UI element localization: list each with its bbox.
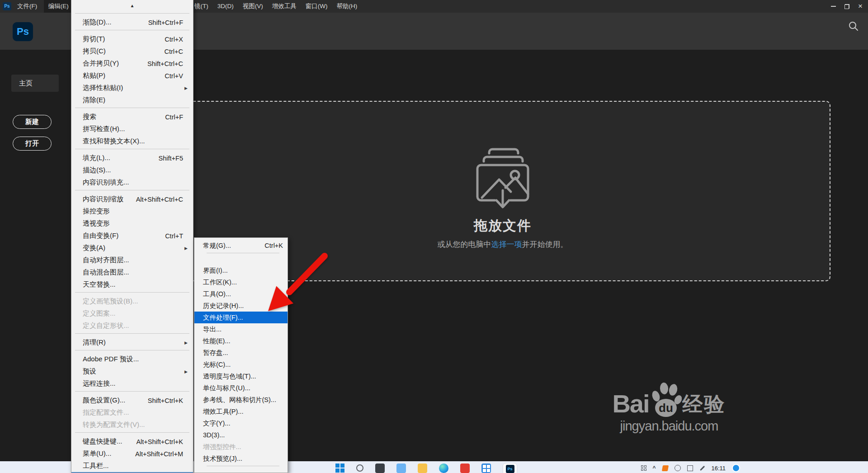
menu-item[interactable]: 自动混合图层... — [71, 266, 193, 279]
close-button[interactable]: × — [854, 0, 867, 13]
search-icon[interactable] — [848, 21, 861, 33]
menu-item[interactable]: 选择性粘贴(I) ▶ — [71, 82, 193, 94]
submenu-item-label: 常规(G)... — [203, 241, 231, 250]
red-app-icon[interactable] — [460, 464, 470, 473]
menu-item[interactable]: 内容识别填充... — [71, 176, 193, 189]
tray-network-icon[interactable] — [675, 465, 681, 471]
taskbar-clock[interactable]: 16:11 — [712, 465, 726, 472]
menu-item[interactable]: 操控变形 — [71, 205, 193, 218]
menu-item[interactable]: 定义图案... — [71, 307, 193, 320]
menu-separator — [71, 149, 193, 152]
menu-item[interactable]: 菜单(U)... Alt+Shift+Ctrl+M — [71, 448, 193, 460]
menu-item[interactable]: 远程连接... — [71, 378, 193, 390]
menu-item-label: 颜色设置(G)... — [83, 396, 125, 405]
menu-item[interactable]: 透视变形 — [71, 218, 193, 230]
submenu-item[interactable]: 参考线、网格和切片(S)... — [194, 394, 288, 406]
menu-item-shortcut: Ctrl+F — [165, 114, 183, 121]
menu-item[interactable]: 渐隐(D)... Shift+Ctrl+F — [71, 16, 193, 28]
menu-item-label: 粘贴(P) — [83, 71, 105, 80]
menu-item[interactable]: 定义画笔预设(B)... — [71, 295, 193, 307]
windows-start-icon[interactable] — [335, 464, 344, 473]
submenu-item[interactable]: 增效工具(P)... — [194, 406, 288, 417]
submenu-item[interactable]: 透明度与色域(T)... — [194, 370, 288, 382]
menu-item[interactable]: 颜色设置(G)... Shift+Ctrl+K — [71, 394, 193, 407]
subtitle-prefix: 或从您的电脑中 — [438, 240, 491, 249]
menu-separator — [71, 292, 193, 295]
menu-item[interactable]: Adobe PDF 预设... — [71, 353, 193, 365]
menu-item[interactable]: 剪切(T) Ctrl+X — [71, 33, 193, 45]
taskbar-search-icon[interactable] — [356, 464, 363, 472]
menu-item[interactable]: 搜索 Ctrl+F — [71, 111, 193, 123]
menu-item-shortcut: Shift+F5 — [159, 155, 183, 162]
menubar-item[interactable]: 视图(V) — [238, 0, 268, 13]
restore-button[interactable] — [840, 0, 854, 13]
menu-item[interactable]: 键盘快捷键... Alt+Shift+Ctrl+K — [71, 435, 193, 448]
tray-notification-badge[interactable] — [732, 464, 740, 472]
menu-item[interactable]: 清除(E) — [71, 94, 193, 106]
menu-item[interactable]: 自动对齐图层... — [71, 254, 193, 266]
menu-item[interactable]: 清理(R) ▶ — [71, 336, 193, 349]
menu-item[interactable]: 内容识别缩放 Alt+Shift+Ctrl+C — [71, 193, 193, 205]
titlebar-ps-icon: Ps — [3, 2, 11, 10]
taskbar-tray: ^ 16:11 — [641, 464, 740, 472]
choose-file-link[interactable]: 选择一项 — [491, 240, 522, 249]
menu-item[interactable]: 天空替换... — [71, 279, 193, 291]
menu-item[interactable]: 转换为配置文件(V)... — [71, 419, 193, 431]
menu-item-label: 查找和替换文本(X)... — [83, 137, 145, 146]
menubar-item[interactable]: 窗口(W) — [301, 0, 332, 13]
menu-item[interactable]: 指定配置文件... — [71, 407, 193, 419]
menu-item[interactable]: 粘贴(P) Ctrl+V — [71, 70, 193, 82]
menubar-item[interactable]: 3D(D) — [213, 0, 238, 13]
submenu-arrow-icon: ▶ — [184, 369, 188, 374]
file-explorer-icon[interactable] — [396, 464, 406, 473]
tray-grid-icon[interactable] — [641, 465, 646, 471]
menu-item[interactable]: 合并拷贝(Y) Shift+Ctrl+C — [71, 57, 193, 70]
menu-item-label: 剪切(T) — [83, 35, 105, 43]
submenu-item[interactable]: 光标(C)... — [194, 359, 288, 370]
tray-chevron-up-icon[interactable]: ^ — [653, 465, 656, 471]
photoshop-taskbar-icon[interactable]: Ps — [503, 463, 517, 473]
edit-menu-panel: ▲ 渐隐(D)... Shift+Ctrl+F 剪切(T) Ctrl+X 拷贝(… — [71, 0, 193, 473]
tray-pen-icon[interactable] — [700, 466, 705, 471]
menu-item[interactable]: 工具栏... — [71, 460, 193, 472]
menu-scroll-up-icon[interactable]: ▲ — [71, 0, 193, 12]
taskbar-app-icon[interactable] — [375, 464, 385, 473]
submenu-item[interactable]: 文字(Y)... — [194, 417, 288, 429]
submenu-item[interactable]: 导出... — [194, 323, 288, 335]
minimize-button[interactable] — [826, 0, 840, 13]
menubar-edit[interactable]: 编辑(E) — [44, 0, 73, 13]
edge-browser-icon[interactable] — [439, 464, 448, 473]
menu-item[interactable]: 描边(S)... — [71, 164, 193, 176]
menu-item-label: 内容识别缩放 — [83, 195, 123, 203]
menu-item[interactable]: 拼写检查(H)... — [71, 123, 193, 135]
submenu-item[interactable]: 性能(E)... — [194, 335, 288, 347]
menu-item-label: 定义图案... — [83, 309, 116, 318]
new-file-button[interactable]: 新建 — [13, 115, 52, 129]
tray-volume-icon[interactable] — [687, 465, 693, 471]
menu-item[interactable]: 查找和替换文本(X)... — [71, 135, 193, 147]
menubar-item[interactable]: 增效工具 — [268, 0, 301, 13]
submenu-item[interactable]: 暂存盘... — [194, 347, 288, 359]
sidebar-item-home[interactable]: 主页 — [11, 75, 59, 92]
submenu-item-label: 历史记录(H)... — [203, 302, 244, 310]
menu-item[interactable]: 定义自定形状... — [71, 320, 193, 332]
menu-separator — [71, 333, 193, 336]
open-file-button[interactable]: 打开 — [13, 137, 52, 151]
menu-item-shortcut: Alt+Shift+Ctrl+M — [135, 450, 183, 458]
tray-color-app-icon[interactable] — [661, 465, 668, 471]
menu-item[interactable]: 预设 ▶ — [71, 365, 193, 378]
menu-item[interactable]: 拷贝(C) Ctrl+C — [71, 45, 193, 57]
menu-item[interactable]: 变换(A) ▶ — [71, 242, 193, 254]
menu-separator — [71, 108, 193, 111]
menu-item[interactable]: 自由变换(F) Ctrl+T — [71, 230, 193, 242]
menu-item-label: 预设 — [83, 367, 96, 376]
submenu-item[interactable]: 3D(3)... — [194, 429, 288, 441]
menubar-file[interactable]: 文件(F) — [13, 0, 42, 13]
submenu-item[interactable]: 增强型控件... — [194, 441, 288, 453]
menu-item[interactable]: 填充(L)... Shift+F5 — [71, 152, 193, 164]
menubar-item[interactable]: 帮助(H) — [332, 0, 362, 13]
folder-icon[interactable] — [418, 464, 427, 473]
grid-app-icon[interactable] — [481, 464, 491, 473]
submenu-item[interactable]: 单位与标尺(U)... — [194, 382, 288, 394]
submenu-item[interactable]: 技术预览(J)... — [194, 453, 288, 464]
